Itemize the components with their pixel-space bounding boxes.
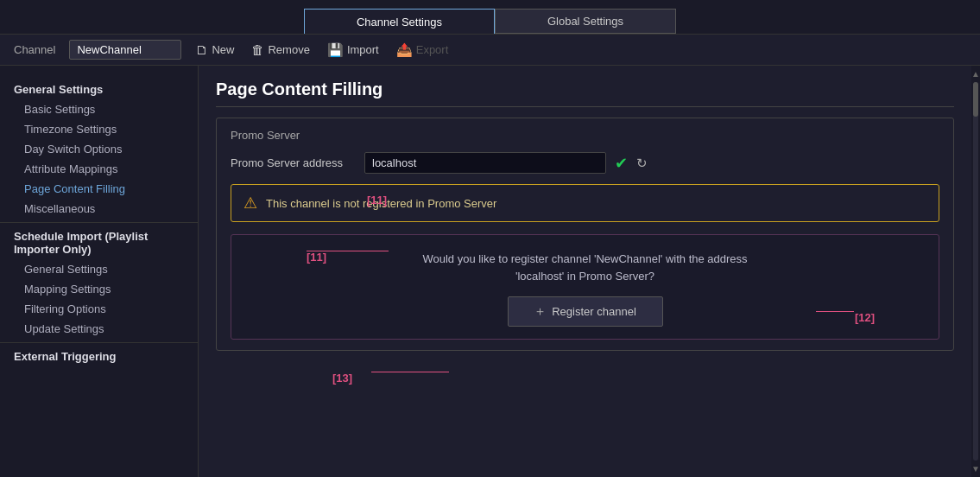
sidebar-item-timezone-settings[interactable]: Timezone Settings xyxy=(0,119,198,139)
main-layout: General Settings Basic Settings Timezone… xyxy=(0,66,980,477)
export-icon: 📤 xyxy=(396,42,413,58)
remove-icon: 🗑 xyxy=(251,42,264,57)
address-label: Promo Server address xyxy=(231,156,356,169)
sidebar-item-update-settings[interactable]: Update Settings xyxy=(0,319,198,339)
sidebar-section-external-triggering: External Triggering xyxy=(0,342,198,366)
address-input[interactable] xyxy=(364,152,606,174)
new-button[interactable]: 🗋 New xyxy=(192,41,237,59)
promo-server-section: Promo Server Promo Server address ✔ ↻ ⚠ … xyxy=(216,118,954,351)
sidebar-item-page-content-filling[interactable]: Page Content Filling xyxy=(0,179,198,199)
content-wrapper: Page Content Filling Promo Server Promo … xyxy=(199,66,980,477)
sidebar-item-general-settings[interactable]: General Settings xyxy=(0,259,198,279)
import-button[interactable]: 💾 Import xyxy=(324,41,383,60)
register-box: Would you like to register channel 'NewC… xyxy=(231,234,939,340)
sidebar-item-miscellaneous[interactable]: Miscellaneous xyxy=(0,199,198,219)
channel-select[interactable]: NewChannel xyxy=(69,40,181,60)
tab-channel-settings[interactable]: Channel Settings xyxy=(304,9,495,34)
register-channel-button[interactable]: ＋ Register channel xyxy=(508,296,663,327)
sidebar-item-day-switch[interactable]: Day Switch Options xyxy=(0,139,198,159)
plus-icon: ＋ xyxy=(534,303,547,320)
sidebar-item-mapping-settings[interactable]: Mapping Settings xyxy=(0,279,198,299)
tab-global-settings[interactable]: Global Settings xyxy=(495,9,676,34)
page-title: Page Content Filling xyxy=(216,80,954,107)
register-text: Would you like to register channel 'NewC… xyxy=(422,251,747,284)
sidebar-item-basic-settings[interactable]: Basic Settings xyxy=(0,99,198,119)
remove-button[interactable]: 🗑 Remove xyxy=(248,41,313,59)
address-field-row: Promo Server address ✔ ↻ xyxy=(231,152,939,174)
export-button[interactable]: 📤 Export xyxy=(393,41,452,60)
scrollbar: ▲ ▼ xyxy=(971,66,980,477)
sidebar-section-schedule-import: Schedule Import (Playlist Importer Only) xyxy=(0,222,198,259)
warning-message: This channel is not registered in Promo … xyxy=(266,197,496,210)
toolbar: Channel NewChannel 🗋 New 🗑 Remove 💾 Impo… xyxy=(0,35,980,66)
inner-content: Page Content Filling Promo Server Promo … xyxy=(199,66,971,477)
warning-box: ⚠ This channel is not registered in Prom… xyxy=(231,184,939,222)
scrollbar-track xyxy=(973,82,978,461)
sidebar-section-general: General Settings xyxy=(0,76,198,99)
refresh-icon[interactable]: ↻ xyxy=(636,156,648,171)
new-icon: 🗋 xyxy=(195,42,208,57)
import-icon: 💾 xyxy=(327,42,344,58)
content-area: Page Content Filling Promo Server Promo … xyxy=(199,66,971,377)
sidebar-item-attribute-mappings[interactable]: Attribute Mappings xyxy=(0,159,198,179)
scrollbar-thumb[interactable] xyxy=(973,82,978,117)
sidebar-item-filtering-options[interactable]: Filtering Options xyxy=(0,299,198,319)
check-icon[interactable]: ✔ xyxy=(615,154,628,173)
promo-server-section-title: Promo Server xyxy=(231,129,939,142)
sidebar: General Settings Basic Settings Timezone… xyxy=(0,66,199,477)
channel-label: Channel xyxy=(14,43,55,56)
warning-icon: ⚠ xyxy=(243,194,257,213)
top-tabs-bar: Channel Settings Global Settings xyxy=(0,0,980,35)
